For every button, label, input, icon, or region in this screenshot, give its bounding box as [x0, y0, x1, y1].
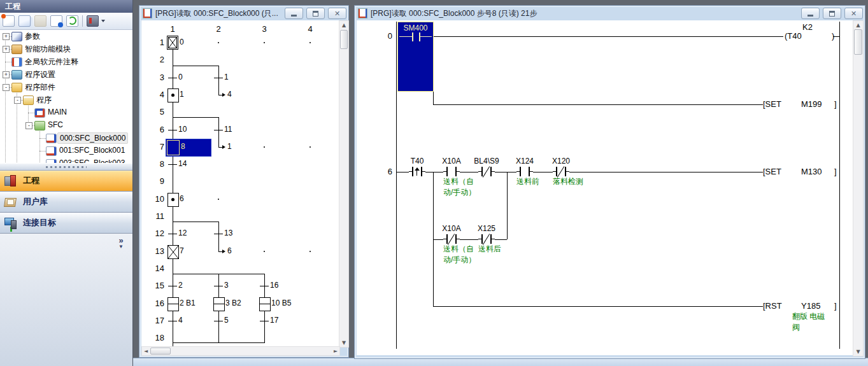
- ladder-vertical-scrollbar[interactable]: ▲ ▼: [853, 20, 864, 356]
- collapse-chevron[interactable]: »▼: [118, 237, 124, 250]
- tree-item-label[interactable]: SFC: [46, 120, 65, 130]
- close-button[interactable]: ✕: [844, 8, 863, 19]
- tree-item-label[interactable]: 参数: [23, 31, 42, 43]
- sfc-transition[interactable]: [168, 78, 177, 78]
- dropdown-arrow-icon[interactable]: [101, 20, 105, 22]
- ladder-instruction-op[interactable]: [SET: [763, 99, 781, 109]
- sfc-transition[interactable]: [260, 286, 269, 286]
- new-doc-icon[interactable]: [3, 15, 15, 27]
- ladder-selected-cell[interactable]: SM400: [397, 22, 434, 92]
- scroll-up-arrow[interactable]: ▲: [853, 22, 863, 28]
- panel-splitter[interactable]: [0, 163, 132, 171]
- sfc-crossed-step[interactable]: [167, 245, 179, 259]
- scroll-right-arrow[interactable]: ►: [333, 348, 338, 354]
- ladder-window-title: [PRG]读取 000:SFC_Block000 步号8 (只读) 21步: [371, 8, 798, 19]
- tree-item[interactable]: +参数: [0, 30, 132, 43]
- tree-item-label[interactable]: 程序部件: [23, 81, 57, 94]
- ladder-contact-bar: [455, 234, 457, 244]
- sfc-block-step[interactable]: [259, 297, 271, 311]
- sfc-transition[interactable]: [168, 234, 177, 234]
- scroll-up-arrow[interactable]: ▲: [339, 22, 348, 28]
- scroll-thumb[interactable]: [854, 29, 862, 55]
- copy-icon[interactable]: [18, 15, 31, 27]
- ladder-coil-open[interactable]: (T40: [785, 31, 802, 41]
- close-button[interactable]: ✕: [328, 8, 346, 19]
- scroll-thumb[interactable]: [340, 30, 348, 49]
- tree-expander[interactable]: -: [14, 97, 21, 104]
- doc-info-icon[interactable]: [50, 15, 62, 27]
- sfc-transition[interactable]: [168, 286, 177, 286]
- tree-item[interactable]: 全局软元件注释: [0, 55, 132, 68]
- tree-item-label[interactable]: 智能功能模块: [23, 43, 73, 55]
- tree-expander[interactable]: +: [3, 71, 10, 78]
- restore-button[interactable]: [306, 8, 325, 19]
- refresh-icon[interactable]: [66, 15, 78, 27]
- tree-item[interactable]: +程序设置: [0, 68, 132, 81]
- scroll-left-arrow[interactable]: ◄: [143, 348, 148, 354]
- restore-button[interactable]: [823, 8, 841, 19]
- tree-item-label[interactable]: 程序: [34, 94, 53, 106]
- tree-expander[interactable]: +: [3, 33, 10, 40]
- sfc-window-titlebar[interactable]: [PRG]读取 000:SFC_Block000 (只... ✕: [139, 6, 348, 20]
- sfc-transition[interactable]: [214, 130, 223, 130]
- sfc-canvas[interactable]: 1234123456789101112131415161718011011141…: [141, 20, 339, 346]
- tree-item-label[interactable]: MAIN: [46, 107, 69, 117]
- tree-expander[interactable]: -: [25, 122, 32, 129]
- sfc-transition[interactable]: [214, 321, 223, 321]
- sfc-transition[interactable]: [168, 164, 177, 165]
- minimize-button[interactable]: [285, 8, 303, 19]
- ladder-contact-nc[interactable]: [478, 166, 495, 178]
- sfc-transition[interactable]: [214, 234, 223, 234]
- sfc-block-step-divider: [214, 304, 224, 304]
- ladder-instruction-op[interactable]: [RST: [763, 301, 782, 311]
- sfc-horizontal-scrollbar[interactable]: ◄ ►: [141, 346, 340, 356]
- tree-item-label[interactable]: 全局软元件注释: [23, 56, 80, 68]
- tree-item-label[interactable]: 001:SFC_Block001: [57, 145, 127, 155]
- tree-expander[interactable]: +: [3, 46, 10, 53]
- scroll-down-arrow[interactable]: ▼: [339, 340, 348, 346]
- nav-button-project[interactable]: 工程: [0, 171, 132, 192]
- sfc-transition[interactable]: [168, 130, 177, 130]
- nav-button-user-library[interactable]: 用户库: [0, 192, 132, 213]
- sfc-transition[interactable]: [214, 78, 223, 78]
- tree-item-label[interactable]: 003:SFC_Block003: [57, 158, 127, 163]
- ladder-contact-bar: [421, 167, 422, 176]
- sfc-row-number: 1: [150, 38, 164, 47]
- ladder-contact-bar: [481, 167, 483, 176]
- sfc-step[interactable]: [167, 193, 179, 207]
- paste-icon[interactable]: [34, 15, 46, 27]
- sfc-block-step[interactable]: [167, 297, 179, 311]
- tree-item[interactable]: -程序部件: [0, 81, 132, 94]
- nav-button-connection[interactable]: 连接目标: [0, 213, 132, 234]
- sfc-transition[interactable]: [214, 286, 223, 286]
- ladder-device-label: BL4\S9: [470, 157, 503, 165]
- ladder-wire: [432, 36, 783, 37]
- ladder-contact-pulse[interactable]: [409, 166, 425, 178]
- ladder-window-titlebar[interactable]: [PRG]读取 000:SFC_Block000 步号8 (只读) 21步 ✕: [355, 6, 865, 20]
- tree-item[interactable]: 000:SFC_Block000: [0, 132, 132, 144]
- device-display-icon[interactable]: [87, 15, 99, 27]
- tree-item[interactable]: 001:SFC_Block001: [0, 144, 132, 157]
- sfc-transition[interactable]: [260, 321, 269, 321]
- tree-item-label[interactable]: 000:SFC_Block000: [57, 132, 128, 144]
- tree-item[interactable]: MAIN: [0, 106, 132, 119]
- tree-item-label[interactable]: 程序设置: [23, 69, 57, 81]
- tree-item[interactable]: -程序: [0, 94, 132, 106]
- sfc-vertical-scrollbar[interactable]: ▲ ▼: [339, 20, 349, 348]
- sfc-block-step[interactable]: [213, 297, 225, 311]
- ladder-canvas[interactable]: 06SM400T40X10A送料（自动/手动）BL4\S9X124送料前X120…: [357, 20, 853, 355]
- panel-bottom-bar: »▼: [0, 234, 132, 366]
- sfc-row-number: 13: [150, 246, 164, 256]
- minimize-button[interactable]: [801, 8, 820, 19]
- tree-item[interactable]: -SFC: [0, 119, 132, 132]
- sfc-column-header: 1: [165, 24, 180, 34]
- scroll-thumb[interactable]: [150, 348, 171, 355]
- tree-item[interactable]: +智能功能模块: [0, 43, 132, 55]
- tree-item[interactable]: 003:SFC_Block003: [0, 157, 132, 163]
- sfc-transition[interactable]: [168, 321, 177, 321]
- scroll-down-arrow[interactable]: ▼: [853, 349, 863, 355]
- sfc-initial-step[interactable]: [167, 36, 178, 50]
- tree-expander[interactable]: -: [3, 84, 10, 91]
- ladder-instruction-op[interactable]: [SET: [763, 167, 781, 176]
- sfc-step[interactable]: [167, 88, 179, 102]
